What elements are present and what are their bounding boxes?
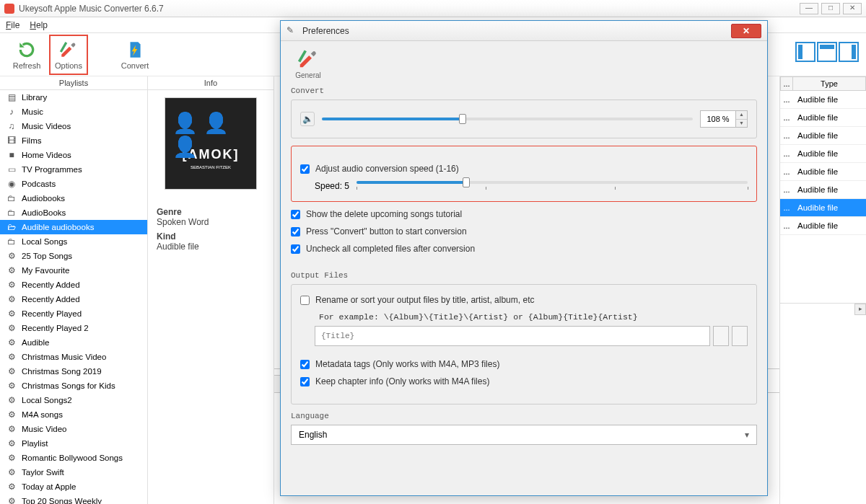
playlist-item[interactable]: ⚙My Favourite bbox=[0, 263, 147, 278]
type-row[interactable]: ...Audible file bbox=[780, 109, 866, 127]
options-button[interactable]: Options bbox=[49, 35, 88, 75]
playlist-item[interactable]: ⚙Local Songs2 bbox=[0, 393, 147, 407]
speed-value-label: Speed: 5 bbox=[315, 181, 349, 191]
type-row[interactable]: ...Audible file bbox=[780, 127, 866, 145]
convert-section-label: Convert bbox=[291, 87, 757, 95]
type-table: ... Type ...Audible file...Audible file.… bbox=[779, 76, 866, 504]
layout-top-button[interactable] bbox=[817, 42, 837, 62]
preferences-close-button[interactable]: ✕ bbox=[731, 24, 761, 38]
kind-value: Audible file bbox=[157, 242, 265, 252]
filename-btn-2[interactable] bbox=[732, 326, 748, 346]
show-delete-checkbox[interactable] bbox=[291, 210, 300, 219]
col-type[interactable]: Type bbox=[793, 76, 866, 91]
genre-value: Spoken Word bbox=[157, 217, 265, 227]
playlist-item[interactable]: 🗀Audiobooks bbox=[0, 191, 147, 205]
info-header: Info bbox=[148, 76, 274, 90]
type-row[interactable]: ...Audible file bbox=[780, 91, 866, 109]
preferences-title: Preferences bbox=[302, 26, 731, 36]
playlist-item[interactable]: ⚙Audible bbox=[0, 335, 147, 350]
output-files-section-label: Output Files bbox=[291, 271, 757, 280]
minimize-button[interactable]: — bbox=[800, 3, 818, 14]
gear-icon: ⚙ bbox=[6, 395, 17, 405]
speed-group: Adjust audio conversion speed (1-16) Spe… bbox=[291, 146, 757, 202]
folder-icon: 🗀 bbox=[6, 208, 17, 218]
playlist-item[interactable]: ⚙Taylor Swift bbox=[0, 465, 147, 479]
type-row[interactable]: ...Audible file bbox=[780, 181, 866, 199]
playlist-item[interactable]: ♫Music Videos bbox=[0, 119, 147, 133]
playlist-item[interactable]: ⚙Christmas Song 2019 bbox=[0, 364, 147, 379]
convert-button[interactable]: Convert bbox=[115, 35, 154, 75]
gear-icon: ⚙ bbox=[6, 381, 17, 391]
playlist-item[interactable]: ⚙Recently Added bbox=[0, 292, 147, 306]
playlist-item[interactable]: ▤Library bbox=[0, 90, 147, 105]
playlist-item[interactable]: ⚙Christmas Music Video bbox=[0, 350, 147, 364]
type-row[interactable]: ...Audible file bbox=[780, 217, 866, 235]
playlist-item[interactable]: ▭TV Programmes bbox=[0, 162, 147, 177]
rename-checkbox[interactable] bbox=[300, 296, 310, 305]
uncheck-completed-checkbox[interactable] bbox=[291, 244, 300, 254]
playlist-item[interactable]: ⚙Recently Added bbox=[0, 278, 147, 292]
rename-example: For example: \{Album}\{Title}\{Artist} o… bbox=[300, 312, 748, 322]
playlist-item[interactable]: 🎞Films bbox=[0, 133, 147, 148]
gear-icon: ⚙ bbox=[6, 366, 17, 376]
filename-pattern-input[interactable] bbox=[315, 326, 710, 346]
speed-slider[interactable] bbox=[357, 181, 748, 184]
folder-icon: 🗀 bbox=[6, 193, 17, 203]
type-row[interactable]: ...Audible file bbox=[780, 199, 866, 217]
volume-spinner[interactable]: ▲▼ bbox=[736, 110, 748, 128]
playlist-item[interactable]: ♪Music bbox=[0, 105, 147, 119]
general-category[interactable]: General bbox=[291, 48, 325, 79]
press-convert-checkbox[interactable] bbox=[291, 227, 300, 236]
playlist-item[interactable]: ⚙Christmas Songs for Kids bbox=[0, 379, 147, 393]
type-row[interactable]: ...Audible file bbox=[780, 145, 866, 163]
refresh-icon bbox=[17, 40, 37, 60]
playlist-item[interactable]: ⚙Recently Played bbox=[0, 306, 147, 321]
playlist-item[interactable]: 🗁Audible audiobooks bbox=[0, 220, 147, 234]
playlist-item[interactable]: 🗀Local Songs bbox=[0, 234, 147, 249]
refresh-button[interactable]: Refresh bbox=[7, 35, 46, 75]
podcast-icon: ◉ bbox=[6, 179, 17, 189]
playlist-item[interactable]: ■Home Videos bbox=[0, 148, 147, 162]
language-select[interactable]: English ▾ bbox=[291, 425, 757, 445]
filename-btn-1[interactable] bbox=[713, 326, 729, 346]
menu-file[interactable]: File bbox=[6, 20, 19, 30]
playlist-item[interactable]: ⚙Playlist bbox=[0, 436, 147, 451]
gear-icon: ⚙ bbox=[6, 496, 17, 504]
musicvideo-icon: ♫ bbox=[6, 121, 17, 131]
playlist-item[interactable]: 🗀AudioBooks bbox=[0, 205, 147, 220]
close-button[interactable]: ✕ bbox=[843, 3, 862, 14]
gear-icon: ⚙ bbox=[6, 323, 17, 333]
layout-left-button[interactable] bbox=[795, 42, 815, 62]
playlist-item[interactable]: ⚙Music Video bbox=[0, 422, 147, 436]
gear-icon: ⚙ bbox=[6, 410, 17, 420]
gear-icon: ⚙ bbox=[6, 424, 17, 434]
maximize-button[interactable]: □ bbox=[821, 3, 840, 14]
menu-help[interactable]: Help bbox=[30, 20, 48, 30]
playlist-item[interactable]: ⚙Today at Apple bbox=[0, 479, 147, 494]
scroll-right-button[interactable]: ▸ bbox=[854, 304, 866, 315]
metadata-tags-checkbox[interactable] bbox=[300, 360, 310, 369]
playlist-item[interactable]: ⚙Recently Played 2 bbox=[0, 321, 147, 335]
playlist-item[interactable]: ⚙Top 20 Songs Weekly bbox=[0, 494, 147, 504]
type-row[interactable]: ...Audible file bbox=[780, 163, 866, 181]
folder-open-icon: 🗁 bbox=[6, 222, 17, 232]
convert-icon bbox=[125, 40, 145, 60]
keep-chapter-checkbox[interactable] bbox=[300, 377, 310, 386]
adjust-speed-checkbox[interactable] bbox=[300, 164, 310, 174]
gear-icon: ⚙ bbox=[6, 352, 17, 362]
music-icon: ♪ bbox=[6, 107, 17, 117]
volume-percent: 108 % bbox=[700, 110, 736, 128]
playlist-item[interactable]: ◉Podcasts bbox=[0, 177, 147, 191]
playlist-item[interactable]: ⚙25 Top Songs bbox=[0, 249, 147, 263]
chevron-down-icon: ▾ bbox=[745, 430, 749, 440]
gear-icon: ⚙ bbox=[6, 453, 17, 463]
general-icon bbox=[297, 48, 320, 71]
app-title: Ukeysoft Apple Music Converter 6.6.7 bbox=[19, 4, 800, 14]
playlist-item[interactable]: ⚙Romantic Bollywood Songs bbox=[0, 451, 147, 465]
gear-icon: ⚙ bbox=[6, 251, 17, 261]
playlist-item[interactable]: ⚙M4A songs bbox=[0, 407, 147, 422]
col-ellipsis[interactable]: ... bbox=[780, 76, 793, 91]
gear-icon: ⚙ bbox=[6, 309, 17, 319]
volume-slider[interactable] bbox=[322, 118, 693, 120]
layout-right-button[interactable] bbox=[839, 42, 859, 62]
